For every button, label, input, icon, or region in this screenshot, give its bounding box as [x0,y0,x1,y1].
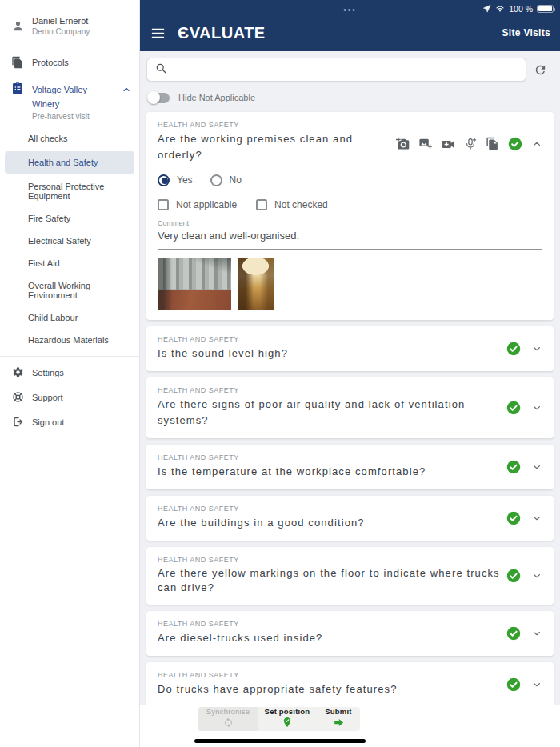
sidebar-item-child-labour[interactable]: Child Labour [0,306,139,329]
sidebar-item-health-and-safety[interactable]: Health and Safety [5,151,134,174]
status-checked-icon [508,137,522,151]
chevron-up-icon[interactable] [531,138,542,150]
add-image-icon[interactable] [418,137,432,150]
battery-percent: 100 % [509,4,533,14]
status-checked-icon [506,569,521,583]
question-text: Are there signs of poor air quality and … [158,397,502,429]
winery-tank-room-photo[interactable] [158,258,231,310]
sidebar-item-support[interactable]: Support [0,385,139,409]
home-indicator[interactable] [194,739,366,743]
chevron-down-icon[interactable] [531,570,542,581]
search-input[interactable] [174,64,518,75]
category-label: HEALTH AND SAFETY [158,505,365,513]
status-checked-icon [506,511,521,525]
question-card[interactable]: HEALTH AND SAFETY Do trucks have appropr… [146,662,554,707]
question-text: Are there yellow markings on the floor t… [158,566,502,595]
section-label: First Aid [28,258,60,268]
visit-title: Voltage Valley Winery [32,85,87,109]
copy-icon[interactable] [486,137,499,150]
set-position-button[interactable]: Set position [258,707,317,731]
radio-yes[interactable]: Yes [158,174,193,186]
pin-check-icon [282,717,293,731]
refresh-icon[interactable] [526,63,554,77]
category-label: HEALTH AND SAFETY [158,620,322,628]
category-label: HEALTH AND SAFETY [158,671,398,679]
multitask-dots: ••• [343,3,357,14]
checkbox-not-checked[interactable]: Not checked [256,199,328,210]
section-label: Personal Protective Equipment [28,182,104,201]
comment-field[interactable]: Comment Very clean and well-organised. [158,219,542,250]
battery-icon [537,5,554,13]
user-name: Daniel Ernerot [32,16,90,26]
sidebar-item-all-checks[interactable]: All checks [0,127,139,150]
status-checked-icon [506,342,521,356]
sidebar-item-visit[interactable]: Voltage Valley Winery Pre-harvest visit [0,75,139,127]
question-text: Are the working premises clean and order… [158,131,391,163]
chevron-down-icon[interactable] [531,628,542,639]
question-card[interactable]: HEALTH AND SAFETY Are there signs of poo… [146,377,554,438]
chevron-down-icon[interactable] [531,513,542,524]
wine-cellar-barrels-photo[interactable] [238,258,274,310]
question-card[interactable]: HEALTH AND SAFETY Are diesel-trucks used… [146,611,554,656]
add-video-icon[interactable] [441,137,455,151]
clipboard-icon [11,82,24,94]
protocols-icon [11,56,24,69]
user-text: Daniel Ernerot Demo Company [32,16,90,36]
sidebar-item-electrical-safety[interactable]: Electrical Safety [0,230,139,252]
sidebar-item-sign-out[interactable]: Sign out [0,409,139,434]
card-header[interactable]: HEALTH AND SAFETY Are the working premis… [158,121,542,163]
chevron-down-icon[interactable] [531,402,542,413]
sidebar-item-fire-safety[interactable]: Fire Safety [0,207,139,230]
top-bars: ••• 100 % ЄVALUATE Site Visits [140,0,560,51]
section-label: All checks [28,134,68,143]
category-label: HEALTH AND SAFETY [158,453,426,461]
chevron-down-icon[interactable] [531,679,542,690]
sidebar-item-protocols[interactable]: Protocols [0,50,139,75]
nav-title-site-visits[interactable]: Site Visits [502,27,550,38]
hide-na-row: Hide Not Applicable [148,91,554,104]
question-text: Is the temperature at the workplace comf… [158,464,426,480]
section-list: All checks Health and Safety Personal Pr… [0,127,139,351]
status-bar: ••• 100 % [140,0,560,18]
question-text: Are the buildings in a good condition? [158,515,365,531]
search-row [146,58,554,82]
submit-button[interactable]: Submit [317,707,360,731]
sign-out-label: Sign out [32,417,64,427]
chevron-up-icon[interactable] [122,83,131,98]
question-card-expanded: HEALTH AND SAFETY Are the working premis… [146,112,554,320]
visit-text: Voltage Valley Winery Pre-harvest visit [32,82,114,121]
status-checked-icon [506,460,521,474]
add-photo-camera-icon[interactable] [396,137,410,150]
sidebar-item-settings[interactable]: Settings [0,360,139,385]
question-card[interactable]: HEALTH AND SAFETY Are the buildings in a… [146,496,554,541]
checklist-content: Hide Not Applicable HEALTH AND SAFETY Ar… [140,51,560,747]
support-label: Support [32,393,63,402]
section-label: Overall Working Environment [28,281,90,300]
sidebar-item-personal-protective-equipment[interactable]: Personal Protective Equipment [0,175,139,207]
radio-yes-label: Yes [177,174,193,186]
chevron-down-icon[interactable] [531,461,542,473]
question-card[interactable]: HEALTH AND SAFETY Is the temperature at … [146,445,554,489]
arrow-right-icon [333,717,345,732]
chevron-down-icon[interactable] [531,343,542,354]
settings-label: Settings [32,368,64,377]
question-card[interactable]: HEALTH AND SAFETY Are there yellow marki… [146,547,554,605]
toggle-label: Hide Not Applicable [178,93,255,102]
divider [0,46,139,46]
sidebar-item-hazardous-materials[interactable]: Hazardous Materials [0,329,139,351]
question-text: Is the sound level high? [158,346,288,362]
radio-no[interactable]: No [210,174,242,186]
hide-not-applicable-toggle[interactable] [148,93,170,103]
checkbox-not-applicable[interactable]: Not applicable [158,199,237,210]
sidebar-item-first-aid[interactable]: First Aid [0,252,139,274]
menu-icon[interactable] [151,28,165,38]
main-panel: ••• 100 % ЄVALUATE Site Visits [140,0,560,747]
add-audio-icon[interactable] [464,138,477,150]
user-profile[interactable]: Daniel Ernerot Demo Company [0,11,139,44]
radio-no-circle [210,174,222,186]
toggle-knob [147,91,160,104]
question-card[interactable]: HEALTH AND SAFETY Is the sound level hig… [146,326,554,371]
sidebar-item-overall-working-environment[interactable]: Overall Working Environment [0,274,139,306]
synchronise-label: Synchronise [206,707,250,716]
category-label: HEALTH AND SAFETY [158,386,502,394]
